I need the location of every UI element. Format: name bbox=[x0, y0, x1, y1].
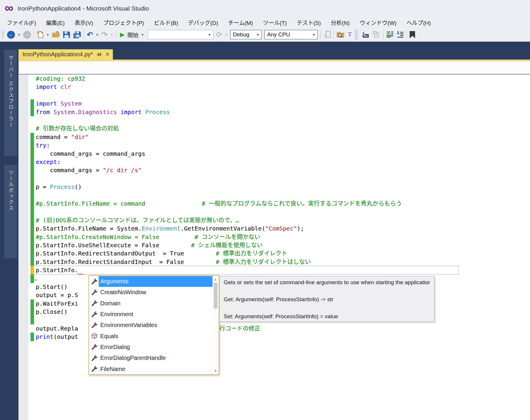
open-folder-icon bbox=[52, 31, 60, 38]
side-tab-0[interactable]: サーバー エクスプローラー bbox=[4, 50, 17, 156]
menu-item-2[interactable]: 表示(V) bbox=[70, 18, 98, 26]
code-editor[interactable]: #coding: cp932import clrimport Systemfro… bbox=[18, 74, 530, 420]
side-panel: サーバー エクスプローラーツールボックス bbox=[0, 42, 18, 420]
menu-item-11[interactable]: ヘルプ(H) bbox=[401, 18, 436, 26]
code-line-2: import clr bbox=[36, 83, 71, 91]
change-bar-saved bbox=[30, 99, 34, 116]
tooltip-line-0: Gets or sets the set of command-line arg… bbox=[224, 279, 430, 286]
solution-platform-combobox[interactable]: Any CPU ▼ bbox=[264, 30, 318, 39]
change-bar-saved bbox=[30, 299, 34, 324]
completion-item-FileName[interactable]: FileName bbox=[89, 363, 213, 374]
menu-item-3[interactable]: プロジェクト(P) bbox=[98, 18, 149, 26]
new-file-dropdown[interactable]: ▼ bbox=[46, 33, 49, 36]
undo-button[interactable]: ↶ bbox=[87, 30, 93, 39]
format-document-icon bbox=[396, 31, 404, 38]
completion-label: Equals bbox=[99, 331, 213, 341]
editor-navigation-bar[interactable] bbox=[18, 61, 530, 74]
toolbar-separator bbox=[383, 30, 383, 39]
toolbar-separator bbox=[407, 30, 407, 39]
open-file-button[interactable] bbox=[52, 30, 60, 39]
save-button[interactable] bbox=[63, 30, 70, 39]
attach-to-process-button[interactable] bbox=[323, 30, 331, 39]
code-line-5: from System.Diagnostics import Process bbox=[36, 108, 170, 116]
intellisense-tooltip: Gets or sets the set of command-line arg… bbox=[219, 276, 434, 322]
redo-button[interactable]: ↷ bbox=[101, 30, 108, 39]
close-icon[interactable]: ✕ bbox=[105, 51, 109, 57]
error-squiggle-icon bbox=[78, 273, 84, 275]
document-tab[interactable]: IronPythonApplication4.py* ✕ bbox=[18, 49, 113, 60]
back-arrow-icon: ← bbox=[7, 31, 15, 39]
completion-item-Environment[interactable]: Environment bbox=[89, 309, 213, 320]
completion-item-EnvironmentVariables[interactable]: EnvironmentVariables bbox=[89, 320, 213, 331]
menu-item-0[interactable]: ファイル(F) bbox=[2, 18, 41, 26]
code-map-button[interactable] bbox=[372, 30, 380, 39]
navigate-back-button[interactable]: ← bbox=[7, 30, 15, 39]
title-bar: ∞ IronPythonApplication4 - Microsoft Vis… bbox=[0, 0, 530, 17]
code-line-16: #p.StartInfo.FileName = command # 一般的なプロ… bbox=[36, 199, 402, 208]
menu-item-6[interactable]: チーム(M) bbox=[223, 18, 258, 26]
indent-lines-button[interactable] bbox=[386, 30, 394, 39]
code-line-27: output = p.S bbox=[36, 291, 78, 299]
menu-item-4[interactable]: ビルド(B) bbox=[149, 18, 183, 26]
pin-icon[interactable] bbox=[96, 52, 102, 57]
menu-item-7[interactable]: ツール(T) bbox=[258, 18, 292, 26]
side-tab-1[interactable]: ツールボックス bbox=[4, 165, 17, 258]
completion-scrollbar[interactable]: ▲ ▼ bbox=[213, 276, 219, 374]
completion-label: Environment bbox=[99, 309, 213, 320]
error-squiggle-tilde: ~ bbox=[34, 276, 38, 283]
toolbar-separator bbox=[334, 30, 334, 39]
completion-item-Arguments[interactable]: Arguments bbox=[89, 276, 213, 287]
toolbar-dotted-separator bbox=[355, 29, 358, 40]
navigate-back-dropdown[interactable]: ▼ bbox=[18, 33, 21, 36]
change-bar-saved bbox=[30, 333, 34, 341]
scroll-down-icon[interactable]: ▼ bbox=[213, 368, 219, 374]
save-all-button[interactable] bbox=[73, 30, 81, 39]
bookmark-button[interactable] bbox=[410, 30, 415, 39]
save-icon bbox=[63, 31, 70, 38]
start-debug-button[interactable]: ▶ 開始 ▼ bbox=[119, 31, 145, 39]
toolbar-separator bbox=[320, 30, 321, 39]
code-line-21: p.StartInfo.UseShellExecute = False # シェ… bbox=[36, 241, 263, 249]
completion-label: FileName bbox=[99, 363, 213, 374]
navigate-forward-button[interactable]: → bbox=[23, 30, 31, 39]
format-document-button[interactable] bbox=[396, 30, 404, 39]
property-wrench-icon bbox=[91, 300, 99, 306]
code-line-12: command_args = "/c dir /s" bbox=[36, 166, 142, 174]
menu-item-9[interactable]: 分析(N) bbox=[326, 18, 354, 26]
toolbar-grip-handle[interactable] bbox=[1, 30, 4, 39]
menu-item-1[interactable]: 編集(E) bbox=[41, 18, 69, 26]
menu-item-5[interactable]: デバッグ(D) bbox=[183, 18, 223, 26]
completion-label: ErrorDialog bbox=[99, 342, 213, 353]
property-wrench-icon bbox=[91, 278, 99, 285]
refresh-dropdown[interactable]: ▼ bbox=[225, 33, 227, 36]
chevron-down-icon: ▼ bbox=[348, 34, 351, 37]
toolbar-separator bbox=[116, 30, 116, 39]
completion-item-ErrorDialogParentHandle[interactable]: ErrorDialogParentHandle bbox=[89, 353, 213, 363]
indent-lines-icon bbox=[386, 31, 394, 38]
completion-item-CreateNoWindow[interactable]: CreateNoWindow bbox=[89, 287, 213, 298]
menu-item-10[interactable]: ウィンドウ(W) bbox=[355, 18, 402, 26]
tooltip-line-2: Set: Arguments(self: ProcessStartInfo) =… bbox=[224, 313, 430, 320]
completion-item-ErrorDialog[interactable]: ErrorDialog bbox=[89, 342, 213, 353]
menu-item-8[interactable]: テスト(S) bbox=[292, 18, 326, 26]
new-file-button[interactable] bbox=[37, 30, 44, 39]
editor-indicator-margin[interactable] bbox=[18, 74, 28, 420]
run-target-combobox[interactable]: ▼ bbox=[148, 30, 213, 39]
completion-item-Domain[interactable]: Domain bbox=[89, 298, 213, 309]
redo-dropdown[interactable]: ▼ bbox=[110, 33, 113, 36]
completion-label: CreateNoWindow bbox=[99, 287, 213, 298]
scrollbar-thumb[interactable] bbox=[214, 283, 218, 309]
start-debug-label: 開始 bbox=[127, 31, 138, 39]
solution-configuration-combobox[interactable]: Debug ▼ bbox=[230, 30, 262, 39]
undo-dropdown[interactable]: ▼ bbox=[96, 33, 99, 36]
intellitrace-button[interactable] bbox=[361, 30, 370, 39]
forward-arrow-icon: → bbox=[23, 31, 31, 39]
property-wrench-icon bbox=[91, 289, 99, 296]
refresh-button[interactable]: ⟳ bbox=[216, 30, 222, 39]
completion-item-Equals[interactable]: Equals bbox=[89, 331, 213, 341]
toolbar-overflow-button[interactable]: ▼ bbox=[347, 33, 352, 37]
play-icon: ▶ bbox=[120, 31, 125, 38]
scroll-up-icon[interactable]: ▲ bbox=[213, 276, 219, 282]
toolbar: ← ▼ → ▼ bbox=[0, 28, 530, 42]
find-in-files-button[interactable] bbox=[337, 30, 345, 39]
